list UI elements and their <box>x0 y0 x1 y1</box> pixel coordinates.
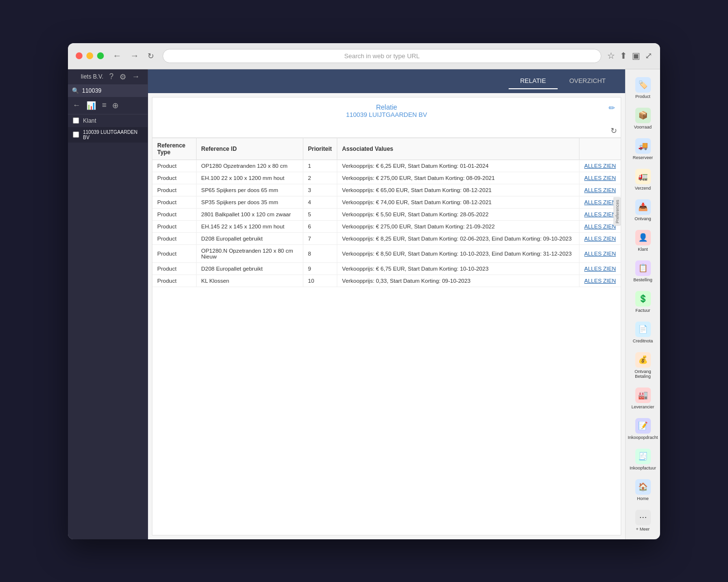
sidebar-item-creditnota[interactable]: 📄Creditnota <box>628 318 658 347</box>
table-row: ProductOP1280.N Opzetranden 120 x 80 cm … <box>152 244 621 262</box>
bookmark-button[interactable]: ☆ <box>607 50 615 61</box>
cell-ref-id: OP1280 Opzetranden 120 x 80 cm <box>196 160 303 172</box>
alles-zien-link[interactable]: ALLES ZIEN <box>584 187 616 193</box>
cell-ref-type: Product <box>152 220 196 232</box>
klant-checkbox[interactable] <box>73 117 79 124</box>
logout-icon[interactable]: → <box>132 72 140 81</box>
alles-zien-link[interactable]: ALLES ZIEN <box>584 224 616 229</box>
cell-priority: 8 <box>303 244 337 262</box>
sidebar-item-inkoopopdracht[interactable]: 📝Inkoopopdracht <box>628 414 658 444</box>
forward-button[interactable]: → <box>127 50 142 62</box>
sidebar-item-inkoopfactuur[interactable]: 🧾Inkoopfactuur <box>628 445 658 474</box>
sidebar-item-klant[interactable]: 👤Klant <box>628 226 658 256</box>
customer-checkbox[interactable] <box>73 131 79 138</box>
ontvang-label: Ontvang <box>634 216 651 221</box>
alles-zien-link[interactable]: ALLES ZIEN <box>584 163 616 169</box>
cell-ref-type: Product <box>152 275 196 287</box>
cell-action: ALLES ZIEN <box>579 160 621 172</box>
alles-zien-link[interactable]: ALLES ZIEN <box>584 251 616 257</box>
sidebar-item-meer[interactable]: ⋯+ Meer <box>628 506 658 535</box>
sidebar-item-klant[interactable]: Klant <box>68 114 148 127</box>
back-button[interactable]: ← <box>110 50 124 62</box>
cell-assoc: Verkoopprijs: € 6,25 EUR, Start Datum Ko… <box>337 160 579 172</box>
cell-ref-type: Product <box>152 244 196 262</box>
cell-priority: 1 <box>303 160 337 172</box>
alles-zien-link[interactable]: ALLES ZIEN <box>584 236 616 242</box>
col-header-action <box>579 138 621 160</box>
sidebar-item-verzend[interactable]: 🚛Verzend <box>628 165 658 194</box>
sidebar-item-factuur[interactable]: 💲Factuur <box>628 287 658 317</box>
relatie-title: Relatie <box>158 103 615 111</box>
col-header-assoc: Associated Values <box>337 138 579 160</box>
voorraad-label: Voorraad <box>634 125 652 129</box>
refresh-button[interactable]: ↻ <box>145 50 157 62</box>
url-bar[interactable]: Search in web or type URL <box>163 49 601 63</box>
tab-overzicht[interactable]: OVERZICHT <box>558 73 617 89</box>
creditnota-label: Creditnota <box>633 339 653 343</box>
cell-ref-type: Product <box>152 172 196 184</box>
col-header-ref-id: Reference ID <box>196 138 303 160</box>
minimize-button[interactable] <box>86 52 93 59</box>
table-row: ProductKL Klossen10Verkoopprijs: 0,33, S… <box>152 275 621 287</box>
refresh-table-button[interactable]: ↻ <box>611 126 617 135</box>
search-input[interactable] <box>82 87 155 94</box>
cell-assoc: Verkoopprijs: 0,33, Start Datum Korting:… <box>337 275 579 287</box>
maximize-button[interactable] <box>97 52 104 59</box>
back-nav-button[interactable]: ← <box>72 100 82 111</box>
cell-action: ALLES ZIEN <box>579 172 621 184</box>
ontvang-betaling-label: Ontvang Betaling <box>629 369 656 379</box>
preferences-tab[interactable]: Preferences <box>613 197 621 226</box>
sidebar-item-reserveer[interactable]: 🚚Reserveer <box>628 134 658 164</box>
alles-zien-link[interactable]: ALLES ZIEN <box>584 278 616 284</box>
cell-priority: 6 <box>303 220 337 232</box>
sidebar-item-ontvang[interactable]: 📥Ontvang <box>628 195 658 225</box>
help-icon[interactable]: ? <box>109 72 114 81</box>
close-button[interactable] <box>76 52 83 59</box>
add-button[interactable]: ⊕ <box>111 100 119 111</box>
inkoopopdracht-icon: 📝 <box>635 418 651 434</box>
share-button[interactable]: ⬆ <box>620 50 627 61</box>
browser-window: ← → ↻ Search in web or type URL ☆ ⬆ ▣ ⤢ … <box>68 43 660 539</box>
sidebar-item-voorraad[interactable]: 📦Voorraad <box>628 104 658 133</box>
table-row: ProductEH.145 22 x 145 x 1200 mm hout6Ve… <box>152 220 621 232</box>
left-sidebar: Iiets B.V. ? ⚙ → 🔍 ✕ ← 📊 ≡ ⊕ Klant <box>68 69 148 539</box>
cell-ref-id: D208 Europallet gebruikt <box>196 232 303 244</box>
settings-icon[interactable]: ⚙ <box>119 72 126 81</box>
table-row: ProductEH.100 22 x 100 x 1200 mm hout2Ve… <box>152 172 621 184</box>
table-row: ProductSP35 Spijkers per doos 35 mm4Verk… <box>152 196 621 208</box>
factuur-label: Factuur <box>635 308 650 313</box>
table-body: ProductOP1280 Opzetranden 120 x 80 cm1Ve… <box>152 160 621 287</box>
verzend-icon: 🚛 <box>635 169 651 184</box>
tabs-button[interactable]: ▣ <box>632 50 640 61</box>
klant-label: Klant <box>83 117 96 124</box>
alles-zien-link[interactable]: ALLES ZIEN <box>584 199 616 205</box>
creditnota-icon: 📄 <box>635 322 651 337</box>
fullscreen-button[interactable]: ⤢ <box>645 50 652 61</box>
alles-zien-link[interactable]: ALLES ZIEN <box>584 266 616 272</box>
tab-relatie[interactable]: RELATIE <box>509 73 558 89</box>
cell-priority: 3 <box>303 184 337 196</box>
list-button[interactable]: ≡ <box>101 100 107 111</box>
alles-zien-link[interactable]: ALLES ZIEN <box>584 175 616 181</box>
cell-ref-id: D208 Europallet gebruikt <box>196 262 303 275</box>
nav-buttons: ← → ↻ <box>110 50 157 62</box>
chart-button[interactable]: 📊 <box>85 100 97 111</box>
cell-assoc: Verkoopprijs: € 8,50 EUR, Start Datum Ko… <box>337 244 579 262</box>
sidebar-item-ontvang-betaling[interactable]: 💰Ontvang Betaling <box>628 348 658 383</box>
sidebar-customer-item[interactable]: 110039 LUIJTGAARDEN BV <box>68 127 148 143</box>
cell-ref-id: 2801 Balkpallet 100 x 120 cm zwaar <box>196 208 303 220</box>
cell-ref-id: EH.100 22 x 100 x 1200 mm hout <box>196 172 303 184</box>
cell-ref-type: Product <box>152 196 196 208</box>
sidebar-item-leverancier[interactable]: 🏭Leverancier <box>628 384 658 413</box>
sidebar-item-bestelling[interactable]: 📋Bestelling <box>628 257 658 286</box>
leverancier-label: Leverancier <box>631 404 654 409</box>
factuur-icon: 💲 <box>635 291 651 307</box>
bestelling-icon: 📋 <box>635 260 651 276</box>
main-content: RELATIE OVERZICHT Relatie 110039 LUIJTGA… <box>148 69 625 539</box>
edit-button[interactable]: ✏ <box>609 103 615 113</box>
alles-zien-link[interactable]: ALLES ZIEN <box>584 211 616 217</box>
app-top-bar: Iiets B.V. ? ⚙ → <box>68 69 148 84</box>
sidebar-item-home[interactable]: 🏠Home <box>628 475 658 505</box>
cell-ref-id: EH.145 22 x 145 x 1200 mm hout <box>196 220 303 232</box>
sidebar-item-product[interactable]: 🏷️Product <box>628 73 658 103</box>
